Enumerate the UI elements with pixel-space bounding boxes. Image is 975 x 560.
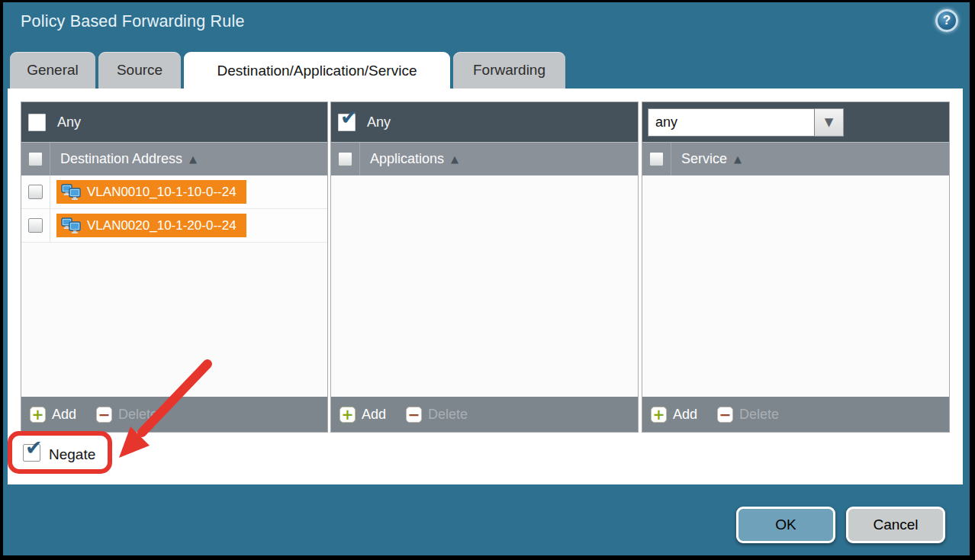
dialog-title: Policy Based Forwarding Rule bbox=[21, 12, 245, 31]
cancel-button-label: Cancel bbox=[873, 517, 918, 533]
pbf-rule-dialog: Policy Based Forwarding Rule ? General S… bbox=[0, 0, 975, 560]
delete-label: Delete bbox=[118, 407, 158, 423]
checkmark-icon: ✔ bbox=[340, 107, 358, 127]
destination-any-row: Any bbox=[21, 102, 327, 142]
negate-label: Negate bbox=[49, 446, 95, 463]
applications-any-row: ✔ Any bbox=[331, 102, 638, 142]
destination-address-list: VLAN0010_10-1-10-0--24 bbox=[21, 175, 327, 397]
sort-ascending-icon: ▲ bbox=[189, 153, 197, 165]
add-plus-icon: + bbox=[651, 407, 667, 423]
select-all-checkbox[interactable] bbox=[338, 152, 352, 166]
tab-label: Destination/Application/Service bbox=[217, 63, 417, 79]
destination-address-column: Any Destination Address ▲ bbox=[21, 101, 328, 433]
table-row[interactable]: VLAN0020_10-1-20-0--24 bbox=[21, 209, 327, 243]
add-button[interactable]: + Add bbox=[30, 407, 76, 423]
service-dropdown-value: any bbox=[655, 114, 677, 130]
delete-label: Delete bbox=[428, 407, 468, 423]
select-all-cell bbox=[21, 143, 50, 175]
add-label: Add bbox=[673, 407, 697, 423]
select-all-cell bbox=[642, 143, 671, 175]
select-all-checkbox[interactable] bbox=[28, 152, 43, 166]
tab-destination-application-service[interactable]: Destination/Application/Service bbox=[184, 52, 450, 89]
column-header-label: Service bbox=[681, 151, 727, 167]
service-dropdown-row: any ▼ bbox=[642, 102, 949, 142]
table-row[interactable]: VLAN0010_10-1-10-0--24 bbox=[21, 175, 327, 209]
row-checkbox[interactable] bbox=[28, 185, 43, 199]
chevron-down-icon: ▼ bbox=[825, 115, 834, 129]
column-header-label: Destination Address bbox=[60, 151, 182, 167]
destination-any-checkbox[interactable] bbox=[28, 114, 46, 131]
cancel-button[interactable]: Cancel bbox=[846, 507, 945, 543]
delete-minus-icon: − bbox=[717, 407, 733, 423]
add-button[interactable]: + Add bbox=[651, 407, 697, 423]
checkmark-icon: ✔ bbox=[25, 437, 43, 458]
row-check-cell bbox=[21, 209, 50, 242]
ok-button-label: OK bbox=[775, 517, 796, 533]
add-plus-icon: + bbox=[339, 407, 356, 423]
applications-list bbox=[331, 175, 638, 397]
service-column: any ▼ Service ▲ + Add − Delete bbox=[642, 101, 950, 433]
service-footer: + Add − Delete bbox=[642, 397, 949, 432]
delete-minus-icon: − bbox=[406, 407, 422, 423]
negate-checkbox[interactable]: ✔ bbox=[23, 444, 40, 462]
applications-any-label: Any bbox=[367, 114, 391, 130]
row-check-cell bbox=[21, 175, 50, 208]
help-icon-glyph: ? bbox=[943, 13, 951, 28]
add-label: Add bbox=[52, 407, 76, 423]
add-plus-icon: + bbox=[30, 407, 46, 423]
tab-general[interactable]: General bbox=[10, 52, 95, 89]
service-dropdown-input[interactable]: any bbox=[648, 108, 815, 137]
tab-source[interactable]: Source bbox=[98, 52, 181, 89]
service-list bbox=[642, 175, 949, 397]
service-sort-header[interactable]: Service ▲ bbox=[642, 142, 949, 175]
service-dropdown: any ▼ bbox=[648, 108, 844, 137]
sort-ascending-icon: ▲ bbox=[734, 153, 742, 165]
tab-label: Source bbox=[117, 62, 162, 79]
column-header-label: Applications bbox=[370, 151, 444, 167]
tab-forwarding[interactable]: Forwarding bbox=[453, 52, 565, 89]
add-label: Add bbox=[362, 407, 386, 423]
delete-label: Delete bbox=[739, 407, 779, 423]
delete-button[interactable]: − Delete bbox=[96, 407, 158, 423]
help-icon[interactable]: ? bbox=[935, 9, 958, 32]
address-object-name: VLAN0020_10-1-20-0--24 bbox=[87, 218, 237, 233]
select-all-checkbox[interactable] bbox=[649, 152, 664, 166]
row-checkbox[interactable] bbox=[28, 218, 43, 233]
delete-button[interactable]: − Delete bbox=[406, 407, 468, 423]
delete-button[interactable]: − Delete bbox=[717, 407, 779, 423]
tab-label: Forwarding bbox=[473, 62, 545, 79]
applications-footer: + Add − Delete bbox=[331, 397, 638, 432]
applications-sort-header[interactable]: Applications ▲ bbox=[331, 142, 638, 175]
network-object-icon bbox=[61, 217, 81, 234]
delete-minus-icon: − bbox=[96, 407, 112, 423]
destination-any-label: Any bbox=[57, 114, 81, 130]
applications-any-checkbox[interactable]: ✔ bbox=[338, 114, 356, 131]
destination-address-sort-header[interactable]: Destination Address ▲ bbox=[21, 142, 327, 175]
network-object-icon bbox=[61, 184, 81, 201]
destination-footer: + Add − Delete bbox=[21, 397, 327, 432]
tab-label: General bbox=[27, 62, 79, 79]
address-object-pill[interactable]: VLAN0020_10-1-20-0--24 bbox=[56, 214, 246, 237]
ok-button[interactable]: OK bbox=[736, 507, 835, 543]
address-object-pill[interactable]: VLAN0010_10-1-10-0--24 bbox=[56, 180, 246, 204]
applications-column: ✔ Any Applications ▲ + Add − Delete bbox=[330, 101, 639, 433]
address-object-name: VLAN0010_10-1-10-0--24 bbox=[87, 185, 237, 200]
sort-ascending-icon: ▲ bbox=[451, 153, 459, 165]
select-all-cell bbox=[331, 143, 360, 175]
add-button[interactable]: + Add bbox=[339, 407, 386, 423]
service-dropdown-button[interactable]: ▼ bbox=[815, 108, 844, 137]
